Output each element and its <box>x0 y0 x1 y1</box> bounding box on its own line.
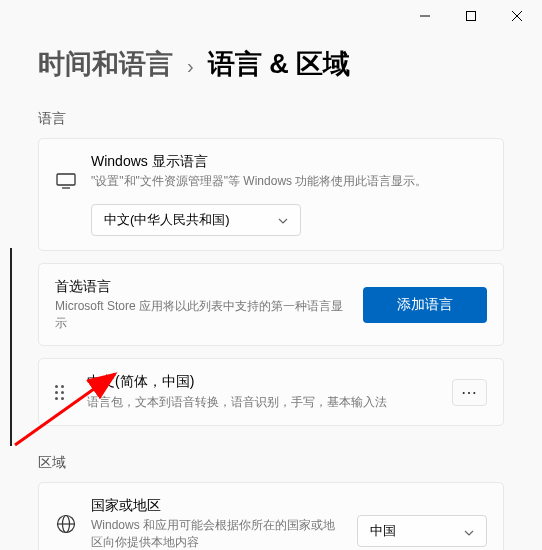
preferred-language-sub: Microsoft Store 应用将以此列表中支持的第一种语言显示 <box>55 298 349 332</box>
preferred-language-card: 首选语言 Microsoft Store 应用将以此列表中支持的第一种语言显示 … <box>38 263 504 347</box>
installed-language-features: 语言包，文本到语音转换，语音识别，手写，基本输入法 <box>87 394 438 411</box>
content-area: 时间和语言 › 语言 & 区域 语言 Windows 显示语言 "设置"和"文件… <box>0 32 542 550</box>
breadcrumb-parent[interactable]: 时间和语言 <box>38 46 173 82</box>
display-language-card[interactable]: Windows 显示语言 "设置"和"文件资源管理器"等 Windows 功能将… <box>38 138 504 251</box>
country-region-body: 国家或地区 Windows 和应用可能会根据你所在的国家或地区向你提供本地内容 <box>91 497 343 550</box>
country-region-dropdown[interactable]: 中国 <box>357 515 487 547</box>
more-options-button[interactable]: ⋯ <box>452 379 487 406</box>
monitor-icon <box>55 173 77 189</box>
country-region-selected: 中国 <box>370 522 396 540</box>
section-region-label: 区域 <box>38 454 504 472</box>
breadcrumb-separator: › <box>187 55 194 78</box>
installed-language-item[interactable]: 中文(简体，中国) 语言包，文本到语音转换，语音识别，手写，基本输入法 ⋯ <box>38 358 504 426</box>
country-region-card[interactable]: 国家或地区 Windows 和应用可能会根据你所在的国家或地区向你提供本地内容 … <box>38 482 504 550</box>
region-section: 区域 国家或地区 Windows 和应用可能会根据你所在的国家或地区向你提供本地… <box>38 454 504 550</box>
country-region-sub: Windows 和应用可能会根据你所在的国家或地区向你提供本地内容 <box>91 517 343 550</box>
chevron-down-icon <box>464 524 474 539</box>
titlebar <box>0 0 542 32</box>
display-language-body: Windows 显示语言 "设置"和"文件资源管理器"等 Windows 功能将… <box>91 153 487 236</box>
add-language-button[interactable]: 添加语言 <box>363 287 487 323</box>
preferred-language-title: 首选语言 <box>55 278 349 296</box>
maximize-button[interactable] <box>448 0 494 32</box>
section-language-label: 语言 <box>38 110 504 128</box>
svg-rect-4 <box>57 174 75 185</box>
globe-icon <box>55 514 77 534</box>
chevron-down-icon <box>278 212 288 227</box>
installed-language-name: 中文(简体，中国) <box>87 373 438 391</box>
annotation-border <box>10 248 12 446</box>
display-language-sub: "设置"和"文件资源管理器"等 Windows 功能将使用此语言显示。 <box>91 173 487 190</box>
breadcrumb: 时间和语言 › 语言 & 区域 <box>38 46 504 82</box>
display-language-title: Windows 显示语言 <box>91 153 487 171</box>
breadcrumb-current: 语言 & 区域 <box>208 46 351 82</box>
display-language-selected: 中文(中华人民共和国) <box>104 211 230 229</box>
svg-rect-1 <box>467 12 476 21</box>
display-language-dropdown[interactable]: 中文(中华人民共和国) <box>91 204 301 236</box>
close-button[interactable] <box>494 0 540 32</box>
installed-language-body: 中文(简体，中国) 语言包，文本到语音转换，语音识别，手写，基本输入法 <box>87 373 438 411</box>
minimize-button[interactable] <box>402 0 448 32</box>
drag-handle-icon[interactable] <box>55 385 73 400</box>
country-region-title: 国家或地区 <box>91 497 343 515</box>
preferred-language-text: 首选语言 Microsoft Store 应用将以此列表中支持的第一种语言显示 <box>55 278 349 332</box>
